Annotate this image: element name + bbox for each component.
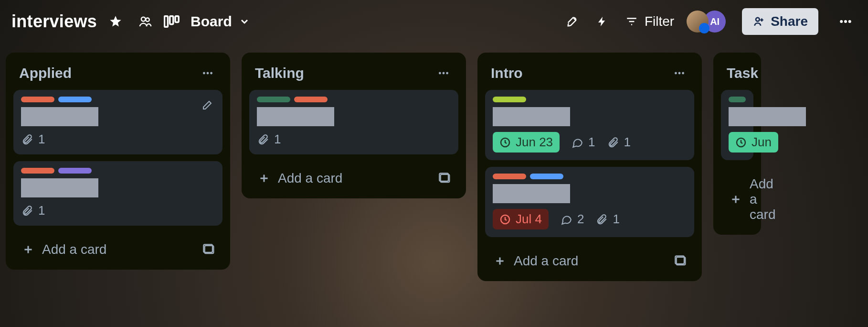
board-menu-icon[interactable] (835, 11, 857, 33)
card-label[interactable] (21, 168, 54, 174)
card[interactable]: 1 (13, 90, 222, 154)
board-view-label: Board (191, 13, 232, 30)
list-header: Talking (247, 58, 460, 90)
card-label[interactable] (493, 97, 526, 102)
share-icon (752, 15, 765, 28)
plus-icon (22, 243, 34, 256)
list[interactable]: Intro Jun 23 1 1 Jul 4 (477, 53, 702, 281)
star-icon[interactable] (105, 11, 127, 33)
attachment-badge: 1 (21, 132, 45, 147)
comments-badge: 1 (571, 135, 595, 150)
due-badge[interactable]: Jun 23 (493, 132, 560, 153)
list-menu-icon[interactable] (670, 65, 688, 81)
card-label[interactable] (294, 97, 328, 102)
clock-icon (499, 137, 511, 148)
svg-point-1 (146, 18, 149, 22)
svg-point-19 (675, 72, 677, 75)
list-header: Applied (11, 58, 224, 90)
list[interactable]: Applied 1 1 Add a card (6, 53, 230, 270)
list-title[interactable]: Talking (255, 65, 304, 81)
add-card-button[interactable]: Add a card (489, 251, 583, 272)
card-label[interactable] (729, 97, 746, 102)
card[interactable]: 1 (249, 90, 458, 154)
attachment-count: 1 (38, 132, 45, 147)
attachment-badge: 1 (21, 203, 45, 218)
filter-icon (625, 15, 638, 28)
due-badge[interactable]: Jun (729, 132, 778, 153)
attachment-count: 1 (274, 132, 281, 147)
card-label[interactable] (493, 174, 526, 179)
card-label[interactable] (257, 97, 290, 102)
add-card-label: Add a card (750, 176, 775, 222)
board-view-icon (164, 11, 180, 33)
attachment-icon (595, 213, 608, 226)
card-title (493, 184, 570, 203)
due-date: Jun 23 (516, 135, 553, 150)
due-date: Jun (752, 135, 772, 150)
board-title[interactable]: interviews (11, 11, 97, 32)
attachment-icon (257, 133, 269, 146)
list-footer: Add a card (719, 167, 755, 228)
card-label[interactable] (21, 97, 54, 102)
svg-rect-2 (165, 16, 168, 27)
clock-icon (499, 214, 511, 225)
list[interactable]: Task Jun Add a card (713, 53, 761, 235)
list-header: Intro (483, 58, 696, 90)
card[interactable]: 1 (13, 161, 222, 226)
card-title (729, 107, 806, 126)
list-footer: Add a card (11, 232, 224, 263)
edit-card-icon[interactable] (199, 97, 216, 114)
card[interactable]: Jun (721, 90, 753, 160)
chevron-down-icon (239, 16, 250, 27)
plus-icon (494, 255, 506, 267)
svg-point-7 (844, 20, 847, 23)
list-menu-icon[interactable] (199, 65, 217, 81)
list-title[interactable]: Task (727, 65, 758, 81)
rocket-icon[interactable] (561, 11, 583, 33)
automation-icon[interactable] (591, 11, 613, 33)
avatar[interactable] (687, 11, 709, 33)
svg-point-9 (203, 72, 205, 75)
card-badges: Jun (729, 132, 746, 153)
card-labels (21, 97, 215, 102)
list[interactable]: Talking 1 Add a card (242, 53, 466, 198)
card-labels (729, 97, 746, 102)
attachment-icon (21, 205, 33, 217)
add-card-button[interactable]: Add a card (17, 239, 111, 260)
card-template-icon[interactable] (435, 169, 455, 188)
comment-icon (571, 136, 583, 149)
board-members[interactable]: AI (687, 11, 726, 33)
board-view-switcher[interactable]: Board (188, 13, 253, 30)
plus-icon (730, 193, 742, 206)
list-footer: Add a card (483, 244, 696, 274)
card-template-icon[interactable] (200, 240, 219, 259)
card-template-icon[interactable] (671, 251, 690, 271)
card-label[interactable] (530, 174, 563, 179)
board-canvas[interactable]: Applied 1 1 Add a card Talking (0, 43, 868, 327)
members-icon[interactable] (134, 11, 156, 33)
share-button[interactable]: Share (742, 8, 818, 35)
comment-icon (560, 213, 572, 226)
list-title[interactable]: Applied (19, 65, 72, 81)
card-label[interactable] (58, 97, 92, 102)
add-card-button[interactable]: Add a card (253, 168, 347, 189)
card-labels (257, 97, 451, 102)
add-card-button[interactable]: Add a card (725, 174, 780, 225)
svg-point-10 (207, 72, 209, 75)
filter-button[interactable]: Filter (621, 11, 679, 32)
list-title[interactable]: Intro (491, 65, 523, 81)
svg-point-5 (756, 18, 760, 22)
card[interactable]: Jul 4 2 1 (485, 167, 694, 237)
card-label[interactable] (58, 168, 92, 174)
due-badge[interactable]: Jul 4 (493, 209, 549, 229)
attachment-count: 1 (38, 203, 45, 218)
card-badges: 1 (21, 203, 215, 218)
card[interactable]: Jun 23 1 1 (485, 90, 694, 160)
card-title (21, 178, 98, 197)
svg-point-21 (682, 72, 684, 75)
card-badges: 1 (257, 132, 451, 147)
attachment-count: 1 (613, 212, 619, 227)
card-badges: Jul 4 2 1 (493, 209, 687, 229)
board-header: interviews Board Filter AI Share (0, 0, 868, 43)
list-menu-icon[interactable] (434, 65, 453, 81)
